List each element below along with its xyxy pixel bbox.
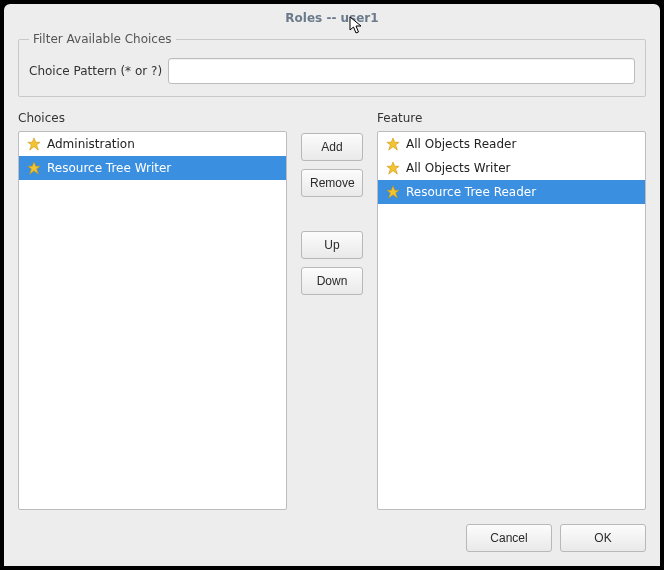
list-item[interactable]: Resource Tree Reader [378, 180, 645, 204]
svg-marker-2 [387, 138, 399, 150]
cancel-button[interactable]: Cancel [466, 524, 552, 552]
dialog-window: Roles -- user1 Filter Available Choices … [4, 4, 660, 566]
feature-list[interactable]: All Objects ReaderAll Objects WriterReso… [377, 131, 646, 510]
choice-pattern-input[interactable] [168, 58, 635, 84]
role-icon [27, 161, 41, 175]
ok-button[interactable]: OK [560, 524, 646, 552]
filter-group: Filter Available Choices Choice Pattern … [18, 32, 646, 97]
role-icon [386, 161, 400, 175]
transfer-buttons: Add Remove Up Down [301, 111, 363, 510]
feature-column: Feature All Objects ReaderAll Objects Wr… [377, 111, 646, 510]
svg-marker-0 [28, 138, 40, 150]
list-item-label: All Objects Writer [406, 161, 510, 175]
dialog-content: Filter Available Choices Choice Pattern … [4, 32, 660, 566]
choices-header: Choices [18, 111, 287, 125]
titlebar: Roles -- user1 [4, 4, 660, 32]
svg-marker-3 [387, 162, 399, 174]
list-item-label: Administration [47, 137, 135, 151]
choices-column: Choices AdministrationResource Tree Writ… [18, 111, 287, 510]
list-item-label: Resource Tree Reader [406, 185, 536, 199]
role-icon [386, 185, 400, 199]
list-item-label: All Objects Reader [406, 137, 516, 151]
role-icon [27, 137, 41, 151]
filter-legend: Filter Available Choices [29, 32, 176, 46]
dialog-footer: Cancel OK [18, 510, 646, 552]
list-item[interactable]: All Objects Reader [378, 132, 645, 156]
list-item-label: Resource Tree Writer [47, 161, 171, 175]
role-icon [386, 137, 400, 151]
list-item[interactable]: All Objects Writer [378, 156, 645, 180]
list-item[interactable]: Administration [19, 132, 286, 156]
down-button[interactable]: Down [301, 267, 363, 295]
choices-list[interactable]: AdministrationResource Tree Writer [18, 131, 287, 510]
remove-button[interactable]: Remove [301, 169, 363, 197]
window-title: Roles -- user1 [285, 11, 378, 25]
choice-pattern-label: Choice Pattern (* or ?) [29, 64, 162, 78]
svg-marker-4 [387, 186, 399, 198]
up-button[interactable]: Up [301, 231, 363, 259]
feature-header: Feature [377, 111, 646, 125]
svg-marker-1 [28, 162, 40, 174]
add-button[interactable]: Add [301, 133, 363, 161]
list-item[interactable]: Resource Tree Writer [19, 156, 286, 180]
